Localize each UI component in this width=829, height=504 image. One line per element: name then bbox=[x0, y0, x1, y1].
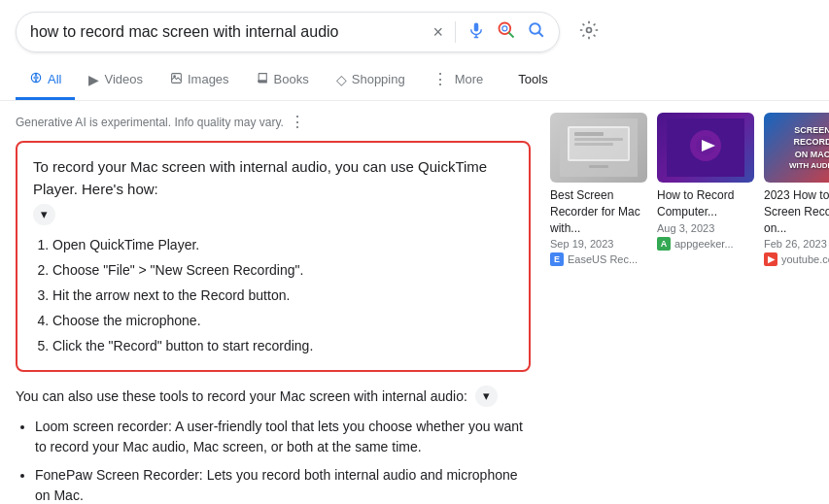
tool-item-loom: Loom screen recorder: A user-friendly to… bbox=[35, 417, 531, 457]
svg-rect-19 bbox=[589, 165, 608, 168]
result-card-2[interactable]: How to Record Computer... Aug 3, 2023 A … bbox=[657, 113, 754, 266]
also-expand-button[interactable]: ▾ bbox=[475, 386, 498, 408]
ai-step-1: Open QuickTime Player. bbox=[52, 235, 513, 255]
svg-rect-18 bbox=[574, 143, 613, 146]
tab-more[interactable]: ⋮ More bbox=[419, 60, 498, 101]
ai-banner: Generative AI is experimental. Info qual… bbox=[16, 113, 531, 131]
more-dots-icon: ⋮ bbox=[432, 70, 448, 88]
tab-more-label: More bbox=[455, 72, 484, 86]
expand-arrow-icon: ▾ bbox=[41, 205, 48, 224]
clear-icon[interactable]: × bbox=[432, 22, 443, 43]
card-2-title: How to Record Computer... bbox=[657, 187, 754, 220]
videos-tab-icon: ▶ bbox=[88, 72, 99, 87]
tab-images-label: Images bbox=[188, 72, 229, 86]
ai-step-3: Hit the arrow next to the Record button. bbox=[52, 286, 513, 306]
card-2-date: Aug 3, 2023 bbox=[657, 222, 754, 234]
result-card-row: Best Screen Recorder for Mac with... Sep… bbox=[550, 113, 829, 266]
ai-banner-text: Generative AI is experimental. Info qual… bbox=[16, 116, 284, 129]
ai-result-title-text: To record your Mac screen with internal … bbox=[33, 156, 513, 200]
svg-point-8 bbox=[587, 27, 592, 32]
search-input[interactable]: how to record mac screen with internal a… bbox=[30, 23, 425, 41]
mic-icon[interactable] bbox=[467, 21, 485, 44]
card-1-image bbox=[550, 113, 647, 183]
ai-banner-menu-icon[interactable]: ⋮ bbox=[290, 113, 305, 131]
tool-fonepaw-name: FonePaw Screen Recorder: bbox=[35, 467, 203, 483]
also-section-text: You can also use these tools to record y… bbox=[16, 386, 467, 407]
svg-rect-17 bbox=[574, 138, 623, 141]
card-3-source-name: youtube.com bbox=[781, 253, 829, 265]
divider bbox=[455, 21, 456, 43]
card-2-source: A appgeeker... bbox=[657, 237, 754, 251]
all-tab-icon bbox=[29, 71, 43, 87]
ai-expand-button[interactable]: ▾ bbox=[33, 204, 55, 225]
svg-line-7 bbox=[538, 32, 543, 37]
nav-tabs: All ▶ Videos Images Books ◇ Shopping ⋮ M… bbox=[0, 60, 829, 101]
tab-tools[interactable]: Tools bbox=[504, 62, 561, 99]
card-1-source-name: EaseUS Rec... bbox=[568, 253, 638, 265]
search-bar[interactable]: how to record mac screen with internal a… bbox=[16, 12, 560, 52]
lens-icon[interactable] bbox=[497, 20, 516, 45]
tab-tools-label: Tools bbox=[518, 72, 547, 86]
card-2-source-icon: A bbox=[657, 237, 671, 251]
ai-result-box: To record your Mac screen with internal … bbox=[16, 141, 531, 372]
tab-all-label: All bbox=[48, 72, 61, 86]
card-1-date: Sep 19, 2023 bbox=[550, 238, 647, 250]
svg-rect-16 bbox=[574, 132, 604, 136]
card-1-title: Best Screen Recorder for Mac with... bbox=[550, 187, 647, 236]
card-3-image: SCREEN RECORD ON MAC WITH AUDIO bbox=[764, 113, 829, 183]
svg-rect-0 bbox=[474, 22, 479, 31]
left-panel: Generative AI is experimental. Info qual… bbox=[16, 113, 531, 504]
settings-icon[interactable] bbox=[579, 20, 599, 45]
right-panel: Best Screen Recorder for Mac with... Sep… bbox=[550, 113, 829, 504]
also-expand-arrow: ▾ bbox=[483, 386, 490, 407]
svg-line-5 bbox=[509, 32, 514, 37]
result-card-3[interactable]: SCREEN RECORD ON MAC WITH AUDIO 2023 How… bbox=[764, 113, 829, 266]
tool-list: Loom screen recorder: A user-friendly to… bbox=[16, 417, 531, 504]
tab-books-label: Books bbox=[274, 72, 309, 86]
card-1-source-icon: E bbox=[550, 252, 564, 266]
svg-point-3 bbox=[500, 22, 511, 34]
card-3-source-icon: ▶ bbox=[764, 252, 777, 266]
svg-point-6 bbox=[530, 23, 540, 34]
tab-videos-label: Videos bbox=[104, 72, 143, 86]
images-tab-icon bbox=[170, 72, 183, 87]
tab-shopping-label: Shopping bbox=[352, 72, 405, 86]
ai-step-2: Choose "File" > "New Screen Recording". bbox=[52, 260, 513, 281]
search-icon[interactable] bbox=[528, 21, 545, 44]
tab-shopping[interactable]: ◇ Shopping bbox=[323, 62, 419, 100]
card-1-source: E EaseUS Rec... bbox=[550, 252, 647, 266]
shopping-tab-icon: ◇ bbox=[336, 72, 347, 87]
tool-loom-name: Loom screen recorder: bbox=[35, 419, 172, 434]
tab-books[interactable]: Books bbox=[243, 62, 323, 100]
card-3-date: Feb 26, 2023 bbox=[764, 238, 829, 250]
tab-all[interactable]: All bbox=[16, 61, 75, 100]
card-3-source: ▶ youtube.com bbox=[764, 252, 829, 266]
card-3-title: 2023 How to Screen Record on... bbox=[764, 187, 829, 236]
ai-steps-list: Open QuickTime Player. Choose "File" > "… bbox=[33, 235, 513, 356]
card-2-image bbox=[657, 113, 754, 183]
card-2-source-name: appgeeker... bbox=[674, 238, 734, 250]
tab-images[interactable]: Images bbox=[156, 62, 243, 100]
ai-result-title: To record your Mac screen with internal … bbox=[33, 156, 513, 225]
tool-item-fonepaw: FonePaw Screen Recorder: Lets you record… bbox=[35, 465, 531, 504]
svg-point-4 bbox=[502, 25, 507, 30]
ai-step-5: Click the "Record" button to start recor… bbox=[52, 336, 513, 356]
ai-step-4: Choose the microphone. bbox=[52, 311, 513, 331]
also-section: You can also use these tools to record y… bbox=[16, 386, 531, 408]
books-tab-icon bbox=[257, 72, 269, 87]
tab-videos[interactable]: ▶ Videos bbox=[75, 62, 156, 100]
result-card-1[interactable]: Best Screen Recorder for Mac with... Sep… bbox=[550, 113, 647, 266]
